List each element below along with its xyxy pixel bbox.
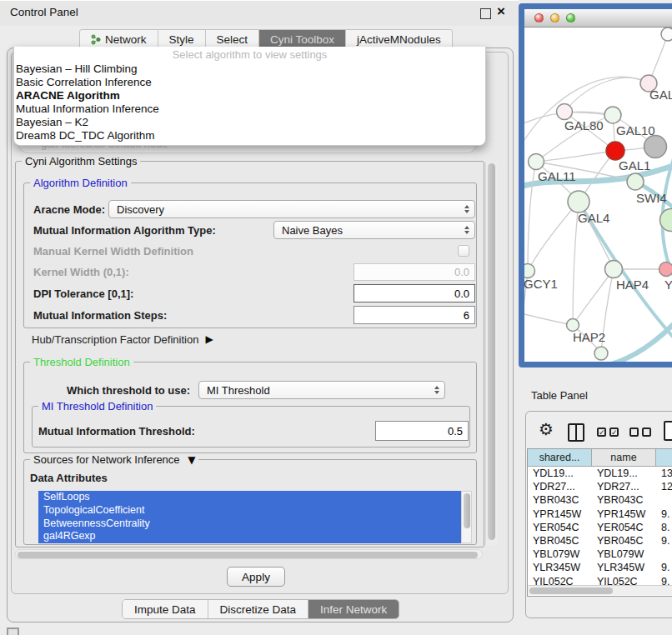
algorithm-definition-title: Algorithm Definition: [30, 177, 131, 189]
attributes-list-scrollbar[interactable]: [461, 491, 472, 543]
network-window: GALGAL80GAL10GAL1GAL11SWI4GAL4GCY1HAP4YH…: [519, 3, 672, 368]
column-header-a[interactable]: A: [656, 449, 672, 466]
split-columns-icon[interactable]: [568, 423, 584, 442]
table-row[interactable]: YBR043CYBR043C: [528, 493, 672, 507]
network-edge[interactable]: [524, 312, 573, 325]
algorithm-option-bayesian-k2[interactable]: Bayesian – K2: [14, 116, 485, 129]
algorithm-option-aracne-algorithm[interactable]: ARACNE Algorithm: [14, 89, 485, 102]
sources-group-header[interactable]: Sources for Network Inference ▼: [30, 453, 198, 466]
network-node-pink-right[interactable]: [659, 262, 672, 277]
network-node-label-hap2: HAP2: [573, 330, 605, 344]
column-header-name[interactable]: name: [592, 449, 656, 466]
attribute-item-topologicalcoefficient[interactable]: TopologicalCoefficient: [38, 504, 461, 518]
attribute-item-gal4rgexp[interactable]: gal4RGexp: [38, 530, 461, 543]
attribute-item-betweennesscentrality[interactable]: BetweennessCentrality: [38, 518, 461, 531]
network-node-label-gal10: GAL10: [616, 123, 655, 138]
checkbox-unchecked-icon[interactable]: [642, 428, 651, 437]
settings-horizontal-scrollbar[interactable]: [15, 549, 483, 559]
network-edge[interactable]: [524, 77, 649, 151]
table-cell: 8.: [656, 521, 672, 534]
attribute-item-selfloops[interactable]: SelfLoops: [38, 491, 461, 504]
network-node-gcy1[interactable]: [524, 264, 535, 278]
dpi-tolerance-field[interactable]: 0.0: [354, 284, 475, 302]
table-cell: YDR27...: [528, 480, 592, 493]
network-edge[interactable]: [528, 162, 536, 271]
which-threshold-combobox[interactable]: MI Threshold: [198, 381, 445, 399]
control-panel-title: Control Panel: [10, 6, 78, 18]
network-graph[interactable]: GALGAL80GAL10GAL1GAL11SWI4GAL4GCY1HAP4YH…: [524, 28, 672, 362]
tab-impute-data[interactable]: Impute Data: [123, 600, 208, 618]
settings-horizontal-scrollbar-thumb[interactable]: [18, 552, 478, 558]
kernel-width-field[interactable]: 0.0: [354, 263, 475, 281]
mi-threshold-field[interactable]: 0.5: [375, 421, 469, 441]
network-node-swi4[interactable]: [627, 173, 644, 190]
sources-group-title: Sources for Network Inference: [33, 453, 180, 466]
table-horizontal-scrollbar[interactable]: [528, 585, 672, 595]
attributes-list-scrollbar-thumb[interactable]: [464, 493, 470, 528]
network-edge[interactable]: [564, 78, 649, 112]
float-panel-button[interactable]: [480, 8, 491, 19]
manual-kernel-width-checkbox[interactable]: [458, 245, 469, 257]
table-cell: YBR045C: [592, 534, 656, 548]
zoom-window-button[interactable]: [566, 13, 575, 22]
mi-algorithm-type-combobox[interactable]: Naive Bayes: [273, 221, 475, 239]
settings-vertical-scrollbar[interactable]: [485, 162, 498, 545]
apply-button[interactable]: Apply: [227, 567, 285, 587]
network-node-gal10[interactable]: [604, 107, 621, 123]
mi-algorithm-type-value: Naive Bayes: [282, 224, 343, 237]
algorithm-option-basic-correlation-inference[interactable]: Basic Correlation Inference: [14, 76, 485, 89]
network-edge[interactable]: [528, 202, 579, 271]
table-cell: YBR043C: [592, 493, 656, 507]
network-canvas[interactable]: GALGAL80GAL10GAL1GAL11SWI4GAL4GCY1HAP4YH…: [524, 28, 672, 362]
network-node-hap4[interactable]: [605, 261, 623, 278]
network-window-titlebar[interactable]: [524, 9, 672, 28]
table-cell: YLR345W: [592, 561, 656, 574]
algorithm-option-bayesian-hill-climbing[interactable]: Bayesian – Hill Climbing: [14, 62, 485, 76]
bottom-left-icon[interactable]: [7, 628, 19, 635]
tab-label: Style: [169, 33, 194, 46]
table-row[interactable]: YBR045CYBR045C9.: [528, 534, 672, 548]
table-row[interactable]: YDL19...YDL19...13: [528, 467, 672, 480]
algorithm-option-dream8-dc-tdc-algorithm[interactable]: Dream8 DC_TDC Algorithm: [14, 129, 485, 142]
data-attributes-list[interactable]: SelfLoopsTopologicalCoefficientBetweenne…: [38, 491, 461, 543]
checkbox-checked-icon[interactable]: ✓: [597, 428, 606, 437]
document-icon[interactable]: [664, 421, 672, 441]
algorithm-option-mutual-information-inference[interactable]: Mutual Information Inference: [14, 102, 485, 116]
tab-label: Cyni Toolbox: [270, 33, 334, 46]
tab-infer-network[interactable]: Infer Network: [308, 600, 399, 618]
network-node-gal80[interactable]: [557, 104, 573, 120]
checkbox-unchecked-icon[interactable]: [629, 428, 639, 437]
close-panel-icon[interactable]: ×: [497, 3, 505, 20]
table-horizontal-scrollbar-thumb[interactable]: [529, 588, 613, 594]
close-window-button[interactable]: [534, 13, 544, 22]
network-node-top-partial[interactable]: [661, 28, 672, 41]
minimize-window-button[interactable]: [550, 13, 559, 22]
network-node-gray[interactable]: [644, 136, 667, 158]
aracne-mode-combobox[interactable]: Discovery: [108, 200, 475, 218]
checkbox-checked-icon[interactable]: ✓: [609, 428, 619, 437]
network-node-bottom[interactable]: [594, 347, 608, 360]
table-cell: YBL079W: [592, 548, 656, 561]
network-node-gal4[interactable]: [568, 191, 589, 212]
table-row[interactable]: YDR27...YDR27...12: [528, 480, 672, 493]
tab-discretize-data[interactable]: Discretize Data: [208, 600, 309, 618]
gear-icon[interactable]: ⚙: [539, 420, 554, 438]
mi-steps-field[interactable]: 6: [354, 306, 475, 324]
settings-vertical-scrollbar-thumb[interactable]: [488, 163, 495, 540]
table-row[interactable]: YLR345WYLR345W9.: [528, 561, 672, 574]
table-row[interactable]: YPR145WYPR145W9.: [528, 508, 672, 521]
network-edge[interactable]: [573, 269, 614, 325]
network-edge[interactable]: [601, 298, 672, 362]
expand-right-arrow-icon: ▶: [205, 333, 213, 345]
hub-definition-label: Hub/Transcription Factor Definition: [32, 333, 198, 346]
network-node-gal11[interactable]: [529, 154, 544, 170]
network-node-label-y: Y: [664, 278, 672, 292]
kernel-width-label: Kernel Width (0,1):: [33, 263, 129, 281]
table-row[interactable]: YBL079WYBL079W: [528, 548, 672, 561]
table-row[interactable]: YER054CYER054C8.: [528, 521, 672, 534]
column-header-shared[interactable]: shared...: [528, 449, 592, 466]
network-node-gal1-red[interactable]: [606, 142, 624, 160]
hub-definition-expander[interactable]: Hub/Transcription Factor Definition ▶: [32, 332, 213, 347]
table-body: YDL19...YDL19...13YDR27...YDR27...12YBR0…: [528, 467, 672, 588]
table-cell: YPR145W: [528, 508, 592, 521]
